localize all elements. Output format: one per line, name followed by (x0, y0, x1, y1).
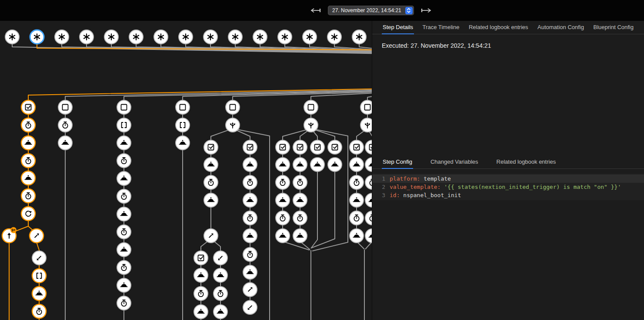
condition-node[interactable] (276, 140, 290, 154)
square-node[interactable] (226, 100, 240, 114)
arrow-up-node[interactable]: 9+ (2, 227, 17, 243)
service-node[interactable] (243, 158, 257, 172)
delay-node[interactable] (350, 211, 364, 225)
delay-node[interactable] (214, 287, 227, 300)
service-node[interactable] (365, 193, 372, 207)
delay-node[interactable] (243, 175, 257, 189)
service-node[interactable] (350, 229, 364, 243)
service-node[interactable] (293, 193, 307, 207)
service-node[interactable] (243, 229, 257, 243)
trigger-node[interactable] (129, 30, 143, 44)
square-node[interactable] (176, 100, 190, 114)
condition-node[interactable] (194, 251, 208, 265)
service-node[interactable] (293, 158, 307, 172)
repeat-node[interactable] (21, 207, 35, 221)
service-node[interactable] (117, 278, 131, 292)
trigger-node[interactable] (104, 30, 118, 44)
trigger-node[interactable] (55, 30, 69, 44)
service-node[interactable] (310, 158, 324, 172)
service-node[interactable] (365, 229, 372, 243)
service-node[interactable] (350, 193, 364, 207)
service-node[interactable] (204, 193, 218, 207)
service-node[interactable] (194, 268, 208, 282)
delay-node[interactable] (293, 175, 307, 189)
delay-node[interactable] (58, 118, 72, 132)
delay-node[interactable] (293, 211, 307, 225)
trigger-node[interactable] (278, 30, 292, 44)
service-node[interactable] (204, 158, 218, 172)
brackets-node[interactable] (176, 118, 190, 132)
arrow-sw-node[interactable] (214, 251, 227, 265)
trigger-node[interactable] (352, 30, 366, 44)
condition-node[interactable] (328, 140, 342, 154)
delay-node[interactable] (117, 261, 131, 274)
choose-node[interactable] (360, 118, 372, 132)
service-node[interactable] (32, 287, 46, 300)
delay-node[interactable] (243, 211, 257, 225)
trigger-node[interactable] (327, 30, 341, 44)
delay-node[interactable] (21, 189, 35, 203)
square-node[interactable] (360, 100, 372, 114)
square-node[interactable] (304, 100, 318, 114)
condition-node[interactable] (293, 140, 307, 154)
delay-node[interactable] (194, 287, 208, 300)
arrow-ne-node[interactable] (243, 283, 257, 297)
delay-node[interactable] (117, 225, 131, 239)
tab-related-logbook-entries[interactable]: Related logbook entries (496, 155, 557, 169)
delay-node[interactable] (350, 175, 364, 189)
previous-trace-button[interactable] (309, 7, 322, 14)
choose-node[interactable] (226, 118, 240, 132)
service-node[interactable] (117, 172, 131, 185)
square-node[interactable] (117, 100, 131, 114)
condition-node[interactable] (243, 140, 257, 154)
service-node[interactable] (117, 243, 131, 257)
service-node[interactable] (276, 193, 290, 207)
delay-node[interactable] (204, 175, 218, 189)
trigger-node[interactable] (154, 30, 168, 44)
trigger-node[interactable] (303, 30, 317, 44)
service-node[interactable] (365, 158, 372, 172)
condition-node[interactable] (21, 100, 35, 114)
service-node[interactable] (243, 265, 257, 279)
tab-step-details[interactable]: Step Details (382, 21, 414, 34)
trigger-node[interactable] (5, 30, 19, 44)
delay-node[interactable] (32, 304, 46, 318)
service-node[interactable] (214, 268, 227, 282)
delay-node[interactable] (117, 189, 131, 203)
trigger-node[interactable] (179, 30, 193, 44)
condition-node[interactable] (365, 140, 372, 154)
arrow-sw-node[interactable] (32, 251, 46, 265)
service-node[interactable] (58, 136, 72, 150)
arrow-ne-node[interactable] (30, 229, 43, 243)
service-node[interactable] (176, 136, 190, 150)
square-node[interactable] (58, 100, 72, 114)
tab-automation-config[interactable]: Automation Config (537, 21, 585, 34)
service-node[interactable] (276, 229, 290, 243)
delay-node[interactable] (117, 154, 131, 168)
tab-related-logbook-entries[interactable]: Related logbook entries (468, 21, 529, 34)
tab-trace-timeline[interactable]: Trace Timeline (422, 21, 460, 34)
service-node[interactable] (276, 158, 290, 172)
delay-node[interactable] (365, 175, 372, 189)
next-trace-button[interactable] (420, 7, 433, 14)
service-node[interactable] (21, 171, 35, 185)
service-node[interactable] (117, 136, 131, 150)
choose-node[interactable] (304, 118, 318, 132)
service-node[interactable] (21, 136, 35, 150)
trigger-node[interactable] (30, 30, 44, 44)
condition-node[interactable] (350, 140, 364, 154)
brackets-node[interactable] (117, 118, 131, 132)
arrow-sw-node[interactable] (243, 300, 257, 314)
delay-node[interactable] (243, 247, 257, 261)
tab-step-config[interactable]: Step Config (382, 155, 413, 169)
delay-node[interactable] (276, 211, 290, 225)
trigger-node[interactable] (253, 30, 267, 44)
service-node[interactable] (194, 305, 208, 319)
delay-node[interactable] (117, 296, 131, 310)
service-node[interactable] (293, 229, 307, 243)
delay-node[interactable] (21, 118, 35, 132)
service-node[interactable] (243, 193, 257, 207)
service-node[interactable] (328, 158, 342, 172)
service-node[interactable] (117, 207, 131, 221)
tab-blueprint-config[interactable]: Blueprint Config (592, 21, 634, 34)
